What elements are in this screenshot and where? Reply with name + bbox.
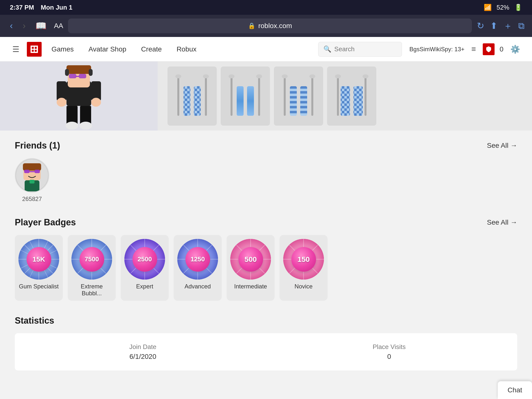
outfit-card-3[interactable] [274, 66, 323, 126]
svg-rect-60 [29, 171, 35, 172]
svg-rect-45 [337, 76, 339, 116]
svg-rect-18 [76, 76, 79, 77]
badge-card-7500[interactable]: 7500 Extreme Bubbl... [68, 235, 116, 301]
status-indicators: 📶 52% 🔋 [484, 4, 522, 11]
share-button[interactable]: ⬆ [490, 21, 498, 31]
svg-rect-7 [66, 65, 91, 74]
outfit-previews [158, 62, 532, 131]
outfit-preview-svg-4 [332, 71, 371, 121]
svg-point-47 [335, 74, 341, 78]
badge-label-15k: Gum Specialist [19, 283, 59, 290]
badge-label-7500: Extreme Bubbl... [72, 283, 112, 297]
svg-rect-38 [311, 76, 313, 116]
friend-name: 265827 [22, 196, 42, 202]
browser-forward-button[interactable]: › [20, 18, 28, 33]
svg-point-48 [363, 74, 368, 78]
badges-grid: 15K Gum Specialist [15, 235, 517, 301]
browser-back-button[interactable]: ‹ [7, 18, 15, 33]
badge-card-15k[interactable]: 15K Gum Specialist [15, 235, 63, 301]
svg-rect-1 [32, 47, 34, 49]
status-time-date: 2:37 PM Mon Jun 1 [10, 4, 72, 11]
chat-bubble[interactable]: Chat [498, 381, 532, 399]
url-text: roblox.com [258, 22, 292, 30]
status-time: 2:37 PM [10, 4, 34, 11]
outfit-card-2[interactable] [221, 66, 270, 126]
outfit-preview-svg-3 [279, 71, 318, 121]
friends-title: Friends (1) [15, 140, 60, 151]
battery-icon: 🔋 [514, 4, 522, 11]
search-input[interactable] [334, 45, 397, 53]
badge-circle-150: 150 [283, 239, 324, 280]
badge-circle-1250: 1250 [177, 239, 218, 280]
nav-games[interactable]: Games [51, 45, 74, 53]
bookmark-icon: 📖 [35, 21, 47, 31]
svg-rect-25 [177, 76, 179, 116]
svg-rect-16 [69, 74, 76, 78]
nav-avatar-shop[interactable]: Avatar Shop [88, 45, 126, 53]
svg-point-40 [309, 74, 315, 78]
outfit-card-4[interactable] [327, 66, 376, 126]
svg-rect-57 [23, 163, 41, 171]
new-tab-button[interactable]: ＋ [503, 20, 512, 32]
tabs-button[interactable]: ⧉ [518, 21, 525, 31]
badge-card-2500[interactable]: 2500 Expert [121, 235, 169, 301]
friends-see-all[interactable]: See All → [487, 142, 517, 150]
battery-text: 52% [497, 4, 509, 11]
outfit-card-1[interactable] [167, 66, 217, 126]
badge-card-150[interactable]: 150 Novice [280, 235, 328, 301]
friends-list: 265827 [15, 158, 517, 202]
svg-rect-4 [35, 50, 37, 52]
lock-icon: 🔒 [248, 22, 255, 29]
robux-count: 0 [499, 45, 503, 53]
svg-point-15 [79, 122, 92, 130]
badge-circle-500: 500 [230, 239, 271, 280]
badges-see-all[interactable]: See All → [487, 218, 517, 226]
refresh-button[interactable]: ↻ [477, 21, 484, 31]
friend-item[interactable]: 265827 [15, 158, 49, 202]
svg-point-10 [57, 98, 66, 107]
chat-nav-button[interactable]: ≡ [469, 43, 478, 56]
stat-place-visits: Place Visits 0 [271, 343, 507, 361]
svg-rect-17 [79, 74, 86, 78]
badge-card-500[interactable]: 500 Intermediate [227, 235, 275, 301]
nav-robux[interactable]: Robux [177, 45, 197, 53]
svg-point-33 [229, 74, 234, 78]
content-area: Friends (1) See All → [0, 131, 532, 390]
svg-rect-31 [231, 76, 233, 116]
svg-rect-43 [290, 86, 297, 116]
friend-avatar [15, 158, 49, 193]
badge-label-150: Novice [295, 283, 313, 290]
shield-svg [485, 46, 492, 53]
svg-rect-32 [258, 76, 260, 116]
svg-rect-37 [284, 76, 286, 116]
badge-value-500: 500 [238, 247, 263, 272]
nav-create[interactable]: Create [141, 45, 162, 53]
svg-rect-46 [365, 76, 366, 116]
roblox-logo[interactable] [27, 42, 42, 57]
search-icon: 🔍 [323, 45, 331, 53]
badges-section-header: Player Badges See All → [15, 217, 517, 228]
svg-point-27 [175, 74, 181, 78]
aa-label[interactable]: AA [54, 22, 63, 30]
friends-section-header: Friends (1) See All → [15, 140, 517, 151]
avatar-figure [42, 62, 116, 131]
svg-point-39 [282, 74, 288, 78]
statistics-grid-container: Join Date 6/1/2020 Place Visits 0 [15, 333, 517, 370]
statistics-section: Statistics Join Date 6/1/2020 Place Visi… [15, 316, 517, 370]
friend-avatar-image [16, 159, 48, 191]
hamburger-button[interactable]: ☰ [10, 42, 22, 56]
shield-icon [483, 43, 495, 55]
nav-user-section: BgsSimWikiSpy: 13+ ≡ 0 ⚙️ [409, 43, 522, 56]
svg-rect-54 [353, 86, 363, 116]
status-date: Mon Jun 1 [41, 4, 73, 11]
svg-point-11 [91, 98, 101, 107]
badge-card-1250[interactable]: 1250 Advanced [174, 235, 222, 301]
statistics-title: Statistics [15, 316, 517, 326]
nav-search-bar[interactable]: 🔍 [318, 42, 402, 57]
settings-button[interactable]: ⚙️ [508, 43, 522, 56]
badge-value-1250: 1250 [185, 247, 210, 272]
statistics-grid: Join Date 6/1/2020 Place Visits 0 [25, 343, 507, 361]
url-bar[interactable]: 🔒 roblox.com [68, 18, 472, 33]
stat-place-visits-label: Place Visits [373, 343, 406, 351]
svg-point-14 [66, 122, 78, 130]
